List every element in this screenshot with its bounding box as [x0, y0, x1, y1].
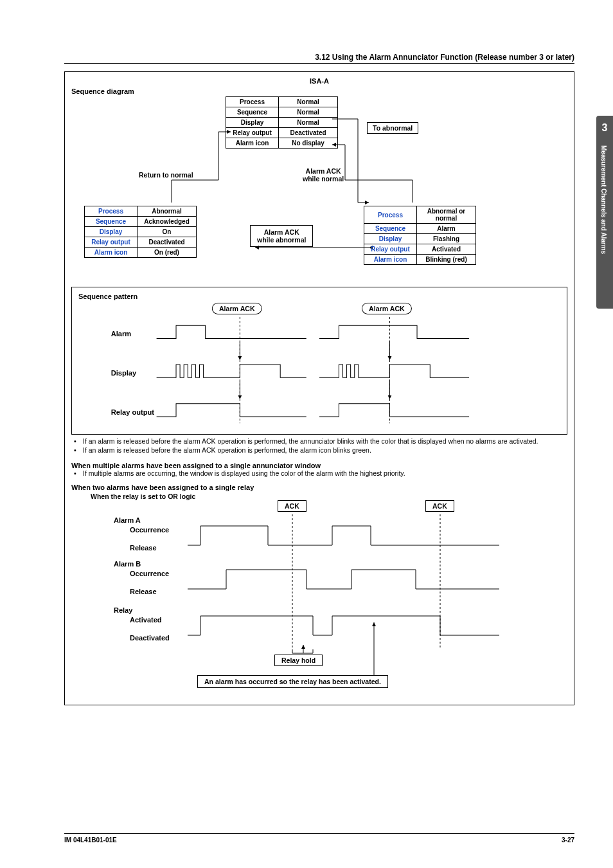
svg-text:Activated: Activated — [130, 616, 162, 624]
bullet-1: If an alarm is released before the alarm… — [83, 437, 538, 445]
multi-text: If multiple alarms are occurring, the wi… — [83, 469, 405, 477]
isa-box: ISA-A Sequence diagram ProcessNorma — [64, 71, 574, 705]
right-state-table: ProcessAbnormal or normal SequenceAlarm … — [364, 206, 476, 265]
svg-text:Release: Release — [130, 544, 157, 552]
svg-text:Occurrence: Occurrence — [130, 570, 169, 577]
flow-area: ProcessNormal SequenceNormal DisplayNorm… — [71, 96, 567, 283]
footer: IM 04L41B01-01E 3-27 — [64, 833, 574, 844]
svg-text:Relay: Relay — [114, 606, 133, 614]
return-normal-label: Return to normal — [139, 171, 193, 179]
sequence-pattern-svg: Alarm ACK Alarm ACK Alarm Display Relay … — [78, 300, 560, 429]
to-abnormal-label: To abnormal — [367, 122, 418, 134]
relay-sub: When the relay is set to OR logic — [91, 493, 567, 500]
side-tab-text: Measurement Channels and Alarms — [600, 145, 607, 254]
bullets: •If an alarm is released before the alar… — [71, 435, 567, 454]
bullet-2: If an alarm is released before the alarm… — [83, 446, 371, 454]
top-state-table: ProcessNormal SequenceNormal DisplayNorm… — [226, 96, 338, 149]
left-state-table: ProcessAbnormal SequenceAcknowledged Dis… — [84, 206, 197, 258]
ack-normal-label: Alarm ACKwhile normal — [303, 167, 344, 183]
relay-hold-label: Relay hold — [274, 655, 323, 666]
relay-ack-2: ACK — [425, 500, 454, 512]
svg-text:Alarm A: Alarm A — [114, 516, 141, 524]
sequence-pattern-title: Sequence pattern — [78, 293, 560, 300]
seq-diagram-label: Sequence diagram — [71, 87, 567, 95]
svg-text:Display: Display — [111, 369, 137, 377]
ack-abnormal-label: Alarm ACKwhile abnormal — [250, 225, 313, 247]
relay-svg: ACK ACK Alarm A Occurrence Release Alarm… — [71, 500, 567, 693]
ack-chip-1: Alarm ACK — [212, 303, 262, 314]
isa-title: ISA-A — [71, 77, 567, 85]
relay-note: An alarm has occurred so the relay has b… — [197, 675, 388, 688]
section-header: 3.12 Using the Alarm Annunciator Functio… — [64, 53, 574, 64]
relay-ack-1: ACK — [278, 500, 306, 512]
side-tab-num: 3 — [596, 116, 613, 134]
ack-chip-2: Alarm ACK — [362, 303, 412, 314]
svg-text:Relay output: Relay output — [111, 408, 155, 416]
multi-head: When multiple alarms have been assigned … — [71, 462, 567, 469]
footer-left: IM 04L41B01-01E — [64, 836, 117, 844]
svg-text:Release: Release — [130, 588, 157, 595]
footer-right: 3-27 — [562, 836, 574, 844]
svg-text:Deactivated: Deactivated — [130, 634, 170, 642]
side-tab: 3 Measurement Channels and Alarms — [596, 116, 613, 309]
svg-text:Alarm: Alarm — [111, 330, 132, 338]
sequence-pattern-box: Sequence pattern Alarm ACK Alarm ACK Ala… — [71, 287, 567, 435]
svg-text:Occurrence: Occurrence — [130, 526, 169, 534]
svg-text:Alarm B: Alarm B — [114, 560, 141, 568]
relay-head: When two alarms have been assigned to a … — [71, 484, 567, 491]
